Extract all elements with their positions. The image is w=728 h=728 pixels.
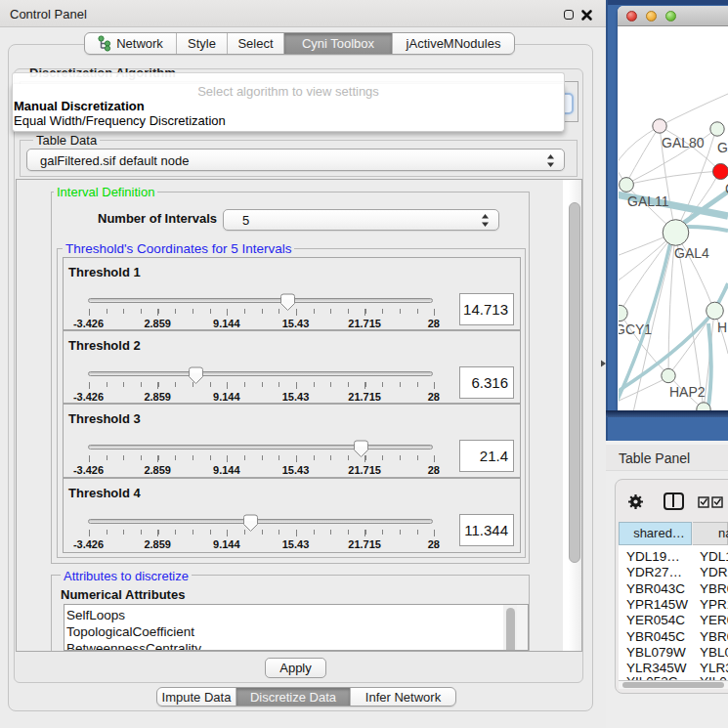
svg-text:GAL80: GAL80 [662,135,705,150]
svg-text:GCY1: GCY1 [619,321,652,337]
svg-text:H: H [717,320,727,335]
svg-text:GAL4: GAL4 [674,245,709,261]
svg-text:GAL11: GAL11 [627,193,669,209]
svg-text:GA: GA [717,140,728,155]
svg-text:HAP2: HAP2 [669,384,706,400]
